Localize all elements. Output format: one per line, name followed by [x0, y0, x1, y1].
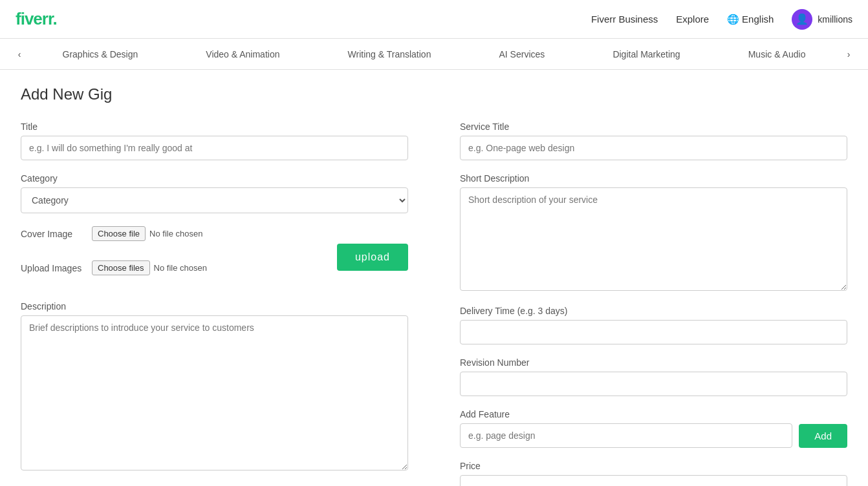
revision-number-group: Revision Number	[460, 357, 847, 396]
title-group: Title	[21, 122, 408, 160]
title-input[interactable]	[21, 136, 408, 160]
price-group: Price	[460, 461, 847, 486]
page-title: Add New Gig	[21, 85, 847, 103]
upload-images-label: Upload Images	[21, 263, 85, 273]
cat-nav-right-arrow[interactable]: ›	[840, 45, 858, 63]
upload-images-choose-btn[interactable]: Choose files	[92, 260, 150, 275]
logo-dot: .	[53, 9, 57, 28]
upload-images-input-wrap: Choose files No file chosen	[92, 260, 207, 275]
cat-nav-item-writing[interactable]: Writing & Translation	[340, 49, 439, 59]
category-label: Category	[21, 173, 408, 184]
category-nav: ‹ Graphics & Design Video & Animation Wr…	[0, 39, 868, 70]
revision-number-input[interactable]	[460, 372, 847, 396]
cover-image-label: Cover Image	[21, 229, 85, 239]
globe-icon: 🌐	[727, 14, 739, 25]
category-select[interactable]: Category Graphics & Design Video & Anima…	[21, 187, 408, 213]
form-grid: Title Category Category Graphics & Desig…	[21, 122, 847, 486]
upload-button[interactable]: upload	[337, 244, 408, 271]
description-textarea[interactable]	[21, 315, 408, 470]
right-column: Service Title Short Description Delivery…	[460, 122, 847, 486]
file-rows-inner: Cover Image Choose file No file chosen U…	[21, 226, 408, 288]
category-group: Category Category Graphics & Design Vide…	[21, 173, 408, 213]
cat-nav-item-graphics[interactable]: Graphics & Design	[55, 49, 146, 59]
cat-nav-item-music[interactable]: Music & Audio	[741, 49, 814, 59]
language-selector[interactable]: 🌐 English	[727, 14, 774, 25]
cat-nav-items: Graphics & Design Video & Animation Writ…	[28, 49, 840, 59]
cover-image-choose-btn[interactable]: Choose file	[92, 226, 146, 241]
add-feature-input[interactable]	[460, 423, 792, 448]
username-label: kmillions	[818, 14, 852, 25]
description-group: Description	[21, 301, 408, 472]
file-upload-section: Cover Image Choose file No file chosen U…	[21, 226, 408, 288]
short-description-textarea[interactable]	[460, 187, 847, 291]
add-feature-group: Add Feature Add	[460, 409, 847, 448]
add-feature-label: Add Feature	[460, 409, 847, 419]
cover-image-no-file: No file chosen	[149, 229, 202, 238]
navbar: fiverr. Fiverr Business Explore 🌐 Englis…	[0, 0, 868, 39]
avatar-icon: 👤	[796, 13, 808, 25]
add-feature-button[interactable]: Add	[799, 424, 847, 448]
short-description-label: Short Description	[460, 173, 847, 184]
price-label: Price	[460, 461, 847, 471]
logo-text: fiverr	[16, 9, 53, 28]
service-title-label: Service Title	[460, 122, 847, 132]
service-title-group: Service Title	[460, 122, 847, 160]
service-title-input[interactable]	[460, 136, 847, 160]
fiverr-business-link[interactable]: Fiverr Business	[591, 14, 658, 25]
logo[interactable]: fiverr.	[16, 9, 57, 29]
cat-nav-item-marketing[interactable]: Digital Marketing	[605, 49, 688, 59]
upload-images-row: Upload Images Choose files No file chose…	[21, 260, 331, 275]
language-label: English	[742, 14, 774, 25]
explore-link[interactable]: Explore	[676, 14, 709, 25]
delivery-time-group: Delivery Time (e.g. 3 days)	[460, 306, 847, 344]
price-input[interactable]	[460, 475, 847, 486]
cat-nav-item-ai[interactable]: AI Services	[492, 49, 553, 59]
file-rows-left: Cover Image Choose file No file chosen U…	[21, 226, 331, 288]
cover-image-input-wrap: Choose file No file chosen	[92, 226, 202, 241]
upload-images-no-file: No file chosen	[154, 263, 207, 273]
avatar: 👤	[792, 9, 812, 30]
user-menu[interactable]: 👤 kmillions	[792, 9, 852, 30]
main-content: Add New Gig Title Category Category Grap…	[0, 70, 868, 486]
delivery-time-label: Delivery Time (e.g. 3 days)	[460, 306, 847, 316]
title-label: Title	[21, 122, 408, 132]
left-column: Title Category Category Graphics & Desig…	[21, 122, 408, 486]
cat-nav-left-arrow[interactable]: ‹	[10, 45, 28, 63]
description-label: Description	[21, 301, 408, 312]
navbar-right: Fiverr Business Explore 🌐 English 👤 kmil…	[591, 9, 852, 30]
cover-image-row: Cover Image Choose file No file chosen	[21, 226, 331, 241]
delivery-time-input[interactable]	[460, 320, 847, 344]
add-feature-row: Add	[460, 423, 847, 448]
revision-number-label: Revision Number	[460, 357, 847, 368]
short-description-group: Short Description	[460, 173, 847, 293]
cat-nav-item-video[interactable]: Video & Animation	[198, 49, 287, 59]
